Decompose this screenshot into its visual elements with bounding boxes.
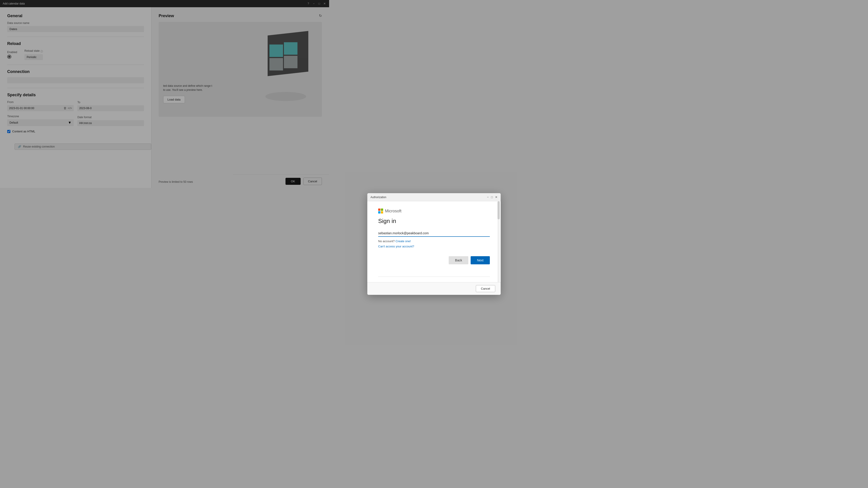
modal-overlay: Authorization − □ ✕ Microsoft [0,0,329,188]
